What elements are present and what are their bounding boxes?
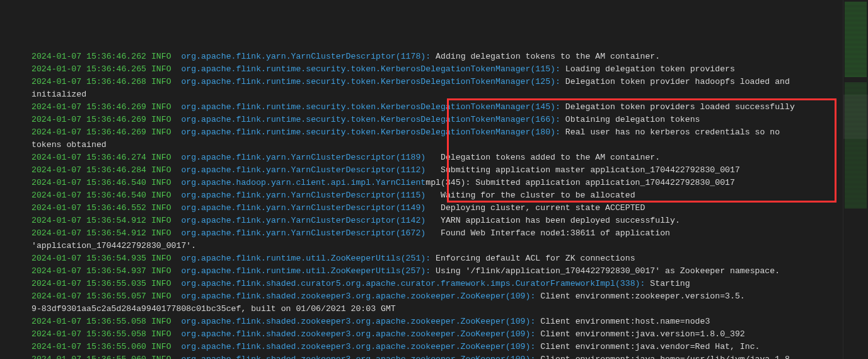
log-level: INFO xyxy=(151,191,171,200)
log-message: Waiting for the cluster to be allocated xyxy=(431,191,635,200)
log-message-wrap: 9-83df9301aa5c2a5d284a9940177808c01bc35c… xyxy=(32,304,396,314)
log-line[interactable]: 2024-01-07 15:36:54.935 INFO org.apache.… xyxy=(32,252,868,265)
log-class: org.apache.flink.shaded.zookeeper3.org.a… xyxy=(181,342,535,351)
log-message-wrap: tokens obtained xyxy=(32,140,107,150)
log-message: Deploying cluster, current state ACCEPTE… xyxy=(431,203,645,213)
log-line[interactable]: 2024-01-07 15:36:46.269 INFO org.apache.… xyxy=(32,126,868,139)
log-timestamp: 2024-01-07 15:36:46.268 xyxy=(32,77,146,86)
log-timestamp: 2024-01-07 15:36:55.060 xyxy=(32,342,146,351)
log-line[interactable]: 2024-01-07 15:36:54.912 INFO org.apache.… xyxy=(32,227,868,240)
log-level: INFO xyxy=(151,178,171,187)
log-timestamp: 2024-01-07 15:36:46.265 xyxy=(32,64,146,74)
log-line[interactable]: 2024-01-07 15:36:54.912 INFO org.apache.… xyxy=(32,215,868,227)
log-level: INFO xyxy=(151,279,171,288)
log-line[interactable]: 2024-01-07 15:36:55.057 INFO org.apache.… xyxy=(32,290,868,303)
log-message: Real user has no kerberos credentials so… xyxy=(565,127,780,137)
log-level: INFO xyxy=(151,317,171,326)
log-level: INFO xyxy=(151,355,171,359)
log-message: Delegation tokens added to the AM contai… xyxy=(431,153,660,162)
log-class: org.apache.flink.yarn.YarnClusterDescrip… xyxy=(181,52,431,61)
log-line[interactable]: 2024-01-07 15:36:46.269 INFO org.apache.… xyxy=(32,101,868,114)
log-message: Submitted application application_170442… xyxy=(475,178,735,187)
log-class: org.apache.flink.runtime.security.token.… xyxy=(181,64,560,74)
log-timestamp: 2024-01-07 15:36:46.284 xyxy=(32,165,146,175)
minimap[interactable] xyxy=(843,0,868,359)
log-level: INFO xyxy=(151,203,171,213)
log-timestamp: 2024-01-07 15:36:46.269 xyxy=(32,115,146,124)
log-line-wrap[interactable]: initialized xyxy=(32,88,868,101)
log-timestamp: 2024-01-07 15:36:54.912 xyxy=(32,216,146,225)
log-line-wrap[interactable]: 9-83df9301aa5c2a5d284a9940177808c01bc35c… xyxy=(32,303,868,315)
log-class: org.apache.flink.yarn.YarnClusterDescrip… xyxy=(181,165,425,175)
log-timestamp: 2024-01-07 15:36:54.912 xyxy=(32,228,146,238)
log-timestamp: 2024-01-07 15:36:54.935 xyxy=(32,254,146,263)
log-class: org.apache.flink.yarn.YarnClusterDescrip… xyxy=(181,191,425,200)
log-message: YARN application has been deployed succe… xyxy=(431,216,680,225)
log-timestamp: 2024-01-07 15:36:46.552 xyxy=(32,203,146,213)
log-timestamp: 2024-01-07 15:36:54.937 xyxy=(32,266,146,276)
log-level: INFO xyxy=(151,115,171,124)
log-level: INFO xyxy=(151,127,171,137)
log-class: org.apache.flink.shaded.zookeeper3.org.a… xyxy=(181,355,535,359)
log-class: org.apache.flink.shaded.zookeeper3.org.a… xyxy=(181,291,535,301)
log-level: INFO xyxy=(151,165,171,175)
log-class: org.apache.flink.runtime.security.token.… xyxy=(181,127,560,137)
log-line[interactable]: 2024-01-07 15:36:46.265 INFO org.apache.… xyxy=(32,63,868,76)
log-level: INFO xyxy=(151,64,171,74)
log-line[interactable]: 2024-01-07 15:36:46.269 INFO org.apache.… xyxy=(32,114,868,126)
log-line[interactable]: 2024-01-07 15:36:46.262 INFO org.apache.… xyxy=(32,50,868,63)
log-class: org.apache.hadoop.yarn.client.api.impl.Y… xyxy=(181,178,425,187)
log-class: org.apache.flink.yarn.YarnClusterDescrip… xyxy=(181,203,425,213)
log-line[interactable]: 2024-01-07 15:36:46.552 INFO org.apache.… xyxy=(32,202,868,215)
log-message: Adding delegation tokens to the AM conta… xyxy=(436,52,660,61)
log-message: Client environment:java.vendor=Red Hat, … xyxy=(540,342,760,351)
log-class: org.apache.flink.runtime.security.token.… xyxy=(181,77,560,86)
log-level: INFO xyxy=(151,254,171,263)
log-class: org.apache.flink.runtime.util.ZooKeeperU… xyxy=(181,254,431,263)
log-line-wrap[interactable]: tokens obtained xyxy=(32,139,868,151)
log-output[interactable]: 2024-01-07 15:36:46.262 INFO org.apache.… xyxy=(0,50,868,359)
log-class: org.apache.flink.yarn.YarnClusterDescrip… xyxy=(181,216,425,225)
log-message: Using '/flink/application_1704422792830_… xyxy=(436,266,780,276)
log-class: org.apache.flink.shaded.zookeeper3.org.a… xyxy=(181,329,535,339)
log-message: Loading delegation token providers xyxy=(565,64,735,74)
log-timestamp: 2024-01-07 15:36:46.274 xyxy=(32,153,146,162)
log-line[interactable]: 2024-01-07 15:36:55.060 INFO org.apache.… xyxy=(32,353,868,359)
log-level: INFO xyxy=(151,342,171,351)
log-class: org.apache.flink.runtime.security.token.… xyxy=(181,115,560,124)
log-line[interactable]: 2024-01-07 15:36:46.540 INFO org.apache.… xyxy=(32,177,868,189)
log-timestamp: 2024-01-07 15:36:46.269 xyxy=(32,127,146,137)
log-message: Found Web Interface node1:38611 of appli… xyxy=(431,228,670,238)
log-level: INFO xyxy=(151,266,171,276)
log-message: Client environment:zookeeper.version=3.5… xyxy=(540,291,744,301)
log-timestamp: 2024-01-07 15:36:55.058 xyxy=(32,329,146,339)
log-message: Delegation token providers loaded succes… xyxy=(565,102,795,112)
log-timestamp: 2024-01-07 15:36:55.035 xyxy=(32,279,146,288)
log-mid: mpl(345): xyxy=(425,178,475,187)
log-line[interactable]: 2024-01-07 15:36:46.268 INFO org.apache.… xyxy=(32,76,868,88)
log-line[interactable]: 2024-01-07 15:36:55.060 INFO org.apache.… xyxy=(32,341,868,353)
log-level: INFO xyxy=(151,153,171,162)
log-level: INFO xyxy=(151,291,171,301)
log-timestamp: 2024-01-07 15:36:46.262 xyxy=(32,52,146,61)
log-level: INFO xyxy=(151,52,171,61)
log-class: org.apache.flink.shaded.curator5.org.apa… xyxy=(181,279,645,288)
log-timestamp: 2024-01-07 15:36:55.060 xyxy=(32,355,146,359)
log-line[interactable]: 2024-01-07 15:36:46.274 INFO org.apache.… xyxy=(32,151,868,164)
log-line[interactable]: 2024-01-07 15:36:54.937 INFO org.apache.… xyxy=(32,265,868,278)
log-message-wrap: initialized xyxy=(32,90,86,99)
log-message: Client environment:java.home=/usr/lib/jv… xyxy=(540,355,795,359)
log-level: INFO xyxy=(151,216,171,225)
log-line[interactable]: 2024-01-07 15:36:55.058 INFO org.apache.… xyxy=(32,328,868,341)
minimap-viewport[interactable] xyxy=(843,95,868,139)
log-line[interactable]: 2024-01-07 15:36:46.284 INFO org.apache.… xyxy=(32,164,868,177)
log-class: org.apache.flink.runtime.security.token.… xyxy=(181,102,560,112)
log-message: Submitting application master applicatio… xyxy=(431,165,740,175)
log-line[interactable]: 2024-01-07 15:36:55.058 INFO org.apache.… xyxy=(32,315,868,328)
log-line[interactable]: 2024-01-07 15:36:55.035 INFO org.apache.… xyxy=(32,278,868,290)
log-timestamp: 2024-01-07 15:36:55.057 xyxy=(32,291,146,301)
log-level: INFO xyxy=(151,77,171,86)
log-line-wrap[interactable]: 'application_1704422792830_0017'. xyxy=(32,240,868,252)
log-line[interactable]: 2024-01-07 15:36:46.540 INFO org.apache.… xyxy=(32,189,868,202)
log-timestamp: 2024-01-07 15:36:55.058 xyxy=(32,317,146,326)
